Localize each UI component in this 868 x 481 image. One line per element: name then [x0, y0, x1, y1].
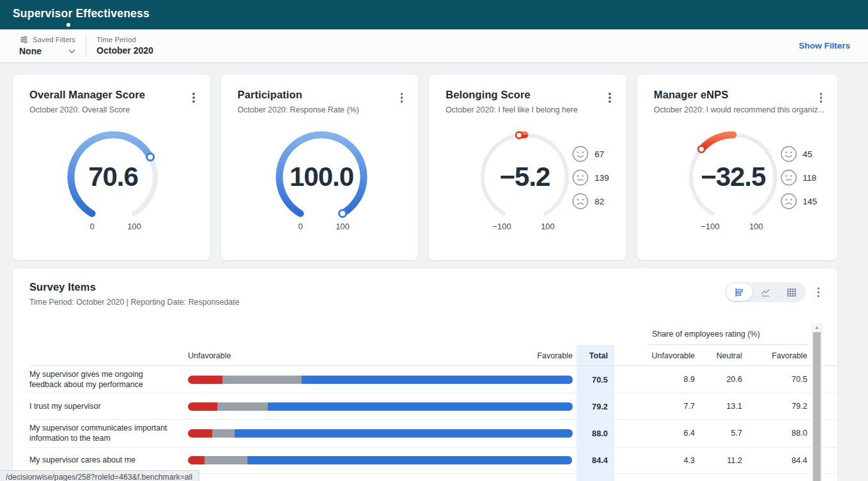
saved-filters-value: None [19, 46, 42, 56]
gauge-max-label: 100 [336, 222, 350, 231]
survey-item-label: My supervisor communicates important inf… [29, 420, 188, 447]
kebab-menu-icon[interactable] [399, 91, 405, 104]
rating-breakdown: 45 118 145 [780, 146, 818, 210]
survey-items-subtitle: Time Period: October 2020 | Reporting Da… [29, 298, 837, 307]
filter-divider [86, 35, 86, 57]
scrollbar-thumb[interactable] [813, 332, 821, 481]
gauge-max-label: 100 [749, 222, 763, 231]
filter-bar: Saved Filters None Time Period October 2… [0, 29, 868, 63]
positive-count: 45 [803, 149, 812, 159]
time-period-label: Time Period [97, 36, 136, 43]
favorable-column-header: Favorable [742, 345, 809, 365]
axis-left-label: Unfavorable [188, 351, 231, 360]
show-filters-link[interactable]: Show Filters [799, 41, 850, 50]
vertical-scrollbar[interactable]: ▲ [812, 323, 822, 481]
unfavorable-value-cell: 6.4 [648, 420, 695, 447]
sad-face-icon [572, 193, 589, 210]
rating-breakdown: 67 139 82 [572, 146, 609, 210]
gauge-chart: −32.5 −100 100 [669, 119, 797, 236]
active-tab-indicator-dot [66, 23, 70, 27]
gauge-chart: 70.6 0 100 [49, 119, 177, 236]
happy-face-icon [572, 146, 589, 162]
survey-items-table: Share of employees rating (%) Unfavorabl… [29, 323, 837, 481]
card-title: Overall Manager Score [29, 89, 198, 101]
stacked-bar [188, 402, 573, 411]
neutral-bar-segment [212, 429, 234, 438]
unfavorable-value-cell: 8.9 [648, 366, 695, 393]
table-row[interactable]: My supervisor gives me ongoing feedback … [29, 366, 837, 393]
favorable-bar-segment [247, 456, 572, 464]
sliders-icon [19, 35, 29, 44]
neutral-value-cell: 13.1 [695, 393, 742, 419]
card-subtitle: October 2020: I feel like I belong here [446, 105, 614, 114]
table-row[interactable]: My supervisor communicates important inf… [29, 420, 837, 447]
horizontal-bar-chart-icon [734, 287, 745, 298]
neutral-value-cell: 5.7 [695, 420, 742, 447]
survey-rows-container: My supervisor gives me ongoing feedback … [29, 366, 837, 474]
card-title: Participation [238, 89, 406, 101]
survey-item-label: I trust my supervisor [29, 398, 188, 415]
total-column-header: Total [577, 345, 614, 365]
happy-face-icon [780, 146, 797, 162]
axis-right-label: Favorable [537, 351, 573, 360]
gauge-max-label: 100 [541, 222, 555, 231]
table-column-header-row: Unfavorable Favorable Total Unfavorable … [29, 345, 837, 366]
bar-chart-view-button[interactable] [726, 284, 752, 301]
gauge-marker-dot [147, 153, 154, 160]
table-view-button[interactable] [779, 284, 805, 301]
card-subtitle: October 2020: Overall Score [29, 105, 198, 114]
card-overall-manager-score: Overall Manager Score October 2020: Over… [13, 75, 210, 260]
favorable-bar-segment [235, 429, 573, 438]
card-title: Belonging Score [446, 89, 614, 101]
line-chart-view-button[interactable] [752, 284, 779, 301]
card-belonging-score: Belonging Score October 2020: I feel lik… [429, 75, 626, 260]
unfavorable-bar-segment [188, 402, 217, 411]
neutral-value-cell: 11.2 [695, 448, 742, 473]
neutral-rating-row: 139 [572, 169, 609, 186]
view-switcher [725, 282, 806, 302]
stacked-bar [188, 456, 573, 464]
negative-rating-row: 82 [572, 193, 609, 210]
survey-items-card: Survey Items Time Period: October 2020 |… [13, 268, 837, 481]
kpi-cards-row: Overall Manager Score October 2020: Over… [13, 75, 837, 260]
card-subtitle: October 2020: Response Rate (%) [238, 105, 406, 114]
gauge-value: 100.0 [290, 162, 353, 192]
favorable-bar-segment [302, 376, 573, 384]
favorable-value-cell: 79.2 [742, 393, 809, 419]
total-value-cell: 70.5 [577, 366, 614, 393]
card-title: Manager eNPS [654, 89, 825, 101]
table-group-header-row: Share of employees rating (%) [29, 323, 837, 345]
survey-item-label: My supervisor gives me ongoing feedback … [29, 366, 188, 393]
kebab-menu-icon[interactable] [191, 91, 196, 104]
favorable-value-cell: 70.5 [742, 366, 809, 393]
table-row[interactable]: I trust my supervisor79.27.713.179.2 [29, 393, 837, 420]
survey-toolbar [725, 282, 821, 302]
total-value-cell: 84.4 [577, 448, 614, 473]
kebab-menu-icon[interactable] [816, 286, 821, 299]
gauge-value: −5.2 [500, 162, 550, 192]
gauge-min-label: −100 [493, 222, 511, 231]
scroll-up-arrow-icon[interactable]: ▲ [812, 323, 821, 332]
positive-rating-row: 45 [780, 146, 818, 162]
page-title: Supervisor Effectiveness [13, 7, 150, 20]
total-value-cell: 88.0 [577, 420, 614, 447]
neutral-face-icon [572, 169, 589, 186]
negative-count: 145 [803, 197, 818, 206]
saved-filters-dropdown[interactable]: Saved Filters None [19, 35, 75, 56]
share-of-employees-header: Share of employees rating (%) [648, 323, 809, 345]
neutral-bar-segment [217, 402, 268, 411]
neutral-face-icon [780, 169, 797, 186]
card-participation: Participation October 2020: Response Rat… [221, 75, 419, 260]
neutral-rating-row: 118 [780, 169, 818, 186]
gauge-value: 70.6 [88, 162, 138, 192]
kebab-menu-icon[interactable] [607, 91, 612, 104]
favorable-bar-segment [268, 402, 573, 411]
unfavorable-value-cell: 4.3 [648, 448, 695, 473]
gauge-marker-dot [698, 146, 704, 152]
neutral-bar-segment [222, 376, 302, 384]
time-period-filter: Time Period October 2020 [97, 36, 153, 56]
survey-items-title: Survey Items [29, 281, 837, 293]
kebab-menu-icon[interactable] [819, 91, 824, 104]
gauge-chart: −5.2 −100 100 [461, 119, 589, 236]
favorable-value-cell: 84.4 [742, 448, 809, 473]
